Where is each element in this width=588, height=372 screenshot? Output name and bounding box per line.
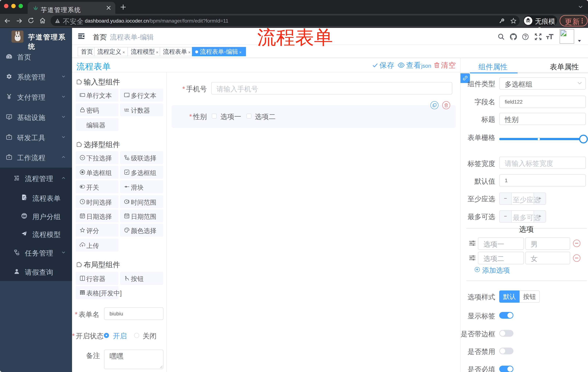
svg-text:123: 123 (124, 108, 129, 111)
